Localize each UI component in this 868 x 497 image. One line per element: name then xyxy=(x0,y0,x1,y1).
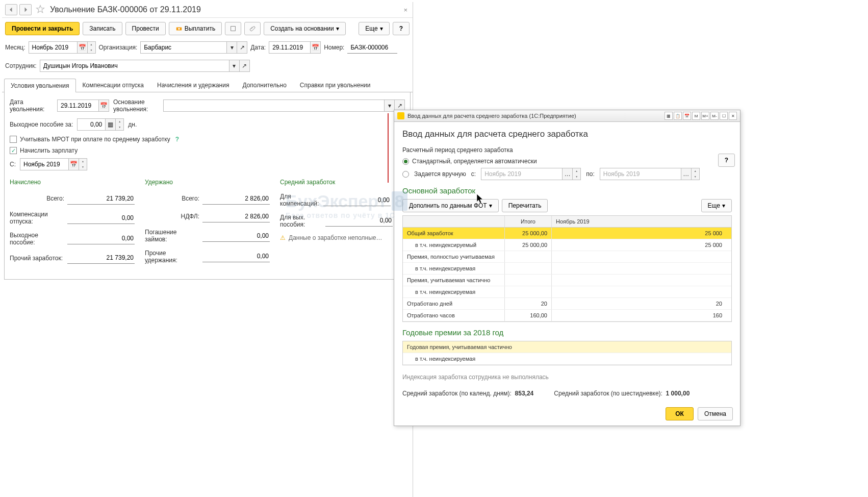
table-row[interactable]: Общий заработок 25 000,00 25 000 xyxy=(403,228,731,239)
mode-manual-radio[interactable] xyxy=(402,171,409,178)
avg-cal-label: Средний заработок (по календ. дням): xyxy=(402,390,512,397)
row-month: 25 000 xyxy=(552,228,731,239)
row-month xyxy=(552,275,731,286)
ellipsis-icon[interactable]: … xyxy=(681,168,692,180)
row-label: Отработано часов xyxy=(403,310,505,321)
ok-button[interactable]: ОК xyxy=(666,407,694,420)
wb-mminus[interactable]: M- xyxy=(710,112,719,120)
chevron-down-icon[interactable]: ▾ xyxy=(227,41,237,54)
for-sever-label: Для вых. пособия: xyxy=(280,214,322,229)
table-row[interactable]: Премия, учитываемая частично xyxy=(403,275,731,286)
print-button[interactable] xyxy=(225,22,241,35)
wb-close[interactable]: ✕ xyxy=(729,112,737,120)
tab-additional[interactable]: Дополнительно xyxy=(236,78,293,92)
from-month-input[interactable] xyxy=(20,158,69,170)
favorite-icon[interactable] xyxy=(36,5,46,15)
create-based-button[interactable]: Создать на основании ▾ xyxy=(264,22,346,35)
calendar-icon[interactable]: 📅 xyxy=(78,41,88,54)
month-input[interactable] xyxy=(29,41,78,54)
svg-rect-2 xyxy=(231,27,236,31)
from-spinner[interactable]: ▲▼ xyxy=(79,158,87,170)
warning-text: Данные о заработке неполные… xyxy=(289,234,382,241)
tab-conditions[interactable]: Условия увольнения xyxy=(4,79,76,92)
close-icon[interactable]: × xyxy=(401,6,410,14)
title-bar: Увольнение БАЗК-000006 от 29.11.2019 × xyxy=(2,2,413,18)
date-input[interactable] xyxy=(269,41,311,54)
table-row[interactable]: Отработано часов 160,00 160 xyxy=(403,310,731,321)
basis-input[interactable] xyxy=(163,100,385,112)
month-spinner[interactable]: ▲▼ xyxy=(88,41,96,54)
wb-icon-3[interactable]: 📅 xyxy=(683,112,691,120)
back-button[interactable] xyxy=(5,4,17,15)
chevron-down-icon: ▾ xyxy=(380,25,383,32)
mrot-checkbox[interactable] xyxy=(10,136,17,143)
pay-button[interactable]: Выплатить xyxy=(169,22,222,35)
filter-row-2: Сотрудник: ▾ ↗ xyxy=(2,58,413,76)
more-button[interactable]: Еще ▾ xyxy=(359,22,389,35)
chevron-down-icon[interactable]: ▾ xyxy=(385,100,395,112)
table-row[interactable]: Отработано дней 20 20 xyxy=(403,298,731,310)
calendar-icon[interactable]: 📅 xyxy=(69,158,79,170)
severance-input[interactable] xyxy=(77,118,106,131)
open-icon[interactable]: ↗ xyxy=(240,60,250,72)
attach-button[interactable] xyxy=(244,22,261,35)
total-value xyxy=(67,193,135,205)
period-from-spinner[interactable]: ▲▼ xyxy=(573,168,581,180)
fire-date-input[interactable] xyxy=(57,100,99,112)
tab-vacation-comp[interactable]: Компенсации отпуска xyxy=(76,78,150,92)
table-row[interactable]: в т.ч. неиндексируемая xyxy=(403,353,731,365)
table-row[interactable]: в т.ч. неиндексируемая xyxy=(403,263,731,275)
wb-icon-2[interactable]: 📋 xyxy=(674,112,682,120)
wb-icon-1[interactable]: ▦ xyxy=(665,112,673,120)
avg-earnings-modal: Ввод данных для расчета среднего заработ… xyxy=(394,110,741,426)
severance-spinner[interactable]: ▲▼ xyxy=(116,118,124,131)
help-button[interactable]: ? xyxy=(393,22,410,35)
tab-accruals[interactable]: Начисления и удержания xyxy=(150,78,236,92)
question-icon[interactable]: ? xyxy=(175,136,179,143)
loan-label: Погашение займов: xyxy=(145,229,199,243)
basis-label: Основание увольнения: xyxy=(113,98,159,113)
total-label: Всего: xyxy=(10,195,64,202)
avg-title: Средний заработок xyxy=(280,179,405,186)
write-button[interactable]: Записать xyxy=(83,22,122,35)
table-row[interactable]: в т.ч. неиндексируемый 25 000,00 25 000 xyxy=(403,239,731,251)
row-total xyxy=(505,263,552,274)
post-and-close-button[interactable]: Провести и закрыть xyxy=(5,22,80,35)
avg-six-value: 1 000,00 xyxy=(666,390,690,397)
calc-icon[interactable]: ▦ xyxy=(106,118,116,131)
wb-minimize[interactable]: ☐ xyxy=(720,112,728,120)
wb-mplus[interactable]: M+ xyxy=(701,112,709,120)
calendar-icon[interactable]: 📅 xyxy=(99,100,109,112)
open-icon[interactable]: ↗ xyxy=(237,41,247,54)
period-from-input[interactable] xyxy=(481,168,563,180)
period-to-spinner[interactable]: ▲▼ xyxy=(692,168,700,180)
accrue-label: Начислить зарплату xyxy=(20,147,78,154)
employee-input[interactable] xyxy=(40,60,229,72)
table-row[interactable]: в т.ч. неиндексируемая xyxy=(403,286,731,298)
accrue-salary-checkbox[interactable] xyxy=(10,147,17,154)
chevron-down-icon[interactable]: ▾ xyxy=(229,60,240,72)
post-button[interactable]: Провести xyxy=(125,22,166,35)
calendar-icon[interactable]: 📅 xyxy=(311,41,321,54)
period-to-input[interactable] xyxy=(600,168,681,180)
cancel-button[interactable]: Отмена xyxy=(698,407,733,420)
earnings-table[interactable]: Итого Ноябрь 2019 Общий заработок 25 000… xyxy=(402,215,732,322)
modal-help-button[interactable]: ? xyxy=(718,154,735,167)
tab-content: Дата увольнения: 📅 Основание увольнения:… xyxy=(4,92,411,280)
wb-m[interactable]: M xyxy=(692,112,700,120)
table-row[interactable]: Годовая премия, учитываемая частично xyxy=(403,341,731,353)
modal-more-button[interactable]: Еще ▾ xyxy=(701,199,732,212)
mode-standard-radio[interactable] xyxy=(402,158,409,165)
fill-fot-button[interactable]: Дополнить по данным ФОТ ▾ xyxy=(402,199,499,212)
bonus-table[interactable]: Годовая премия, учитываемая частичнов т.… xyxy=(402,341,732,365)
row-label: Отработано дней xyxy=(403,298,505,309)
other-held-value xyxy=(202,251,270,262)
other-held-label: Прочие удержания: xyxy=(145,250,199,264)
row-total xyxy=(505,286,552,297)
ellipsis-icon[interactable]: … xyxy=(563,168,573,180)
forward-button[interactable] xyxy=(19,4,32,15)
org-input[interactable] xyxy=(140,41,227,54)
tab-certificates[interactable]: Справки при увольнении xyxy=(293,78,377,92)
table-row[interactable]: Премия, полностью учитываемая xyxy=(403,251,731,263)
reread-button[interactable]: Перечитать xyxy=(502,199,548,212)
